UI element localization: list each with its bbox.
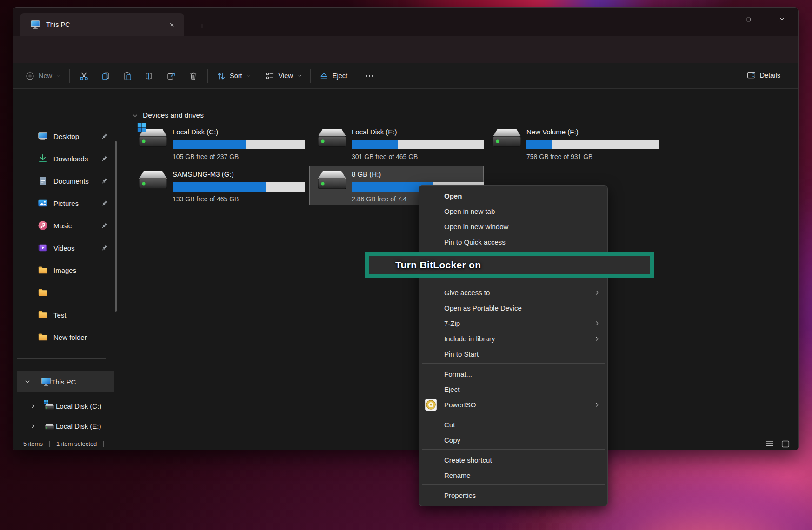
new-tab-button[interactable] [195, 19, 208, 32]
rename-button[interactable] [145, 71, 154, 81]
maximize-button[interactable] [739, 13, 759, 26]
details-view-button[interactable] [765, 439, 775, 449]
capacity-bar-fill [352, 140, 398, 149]
menu-item-open-in-new-window[interactable]: Open in new window [419, 219, 607, 234]
sidebar-item-downloads[interactable]: Downloads [17, 148, 114, 169]
sidebar-item-images[interactable]: Images [17, 260, 114, 280]
cut-button[interactable] [79, 71, 89, 81]
tree-item-this-pc[interactable]: This PC [17, 371, 114, 392]
tree-item-local-disk-c[interactable]: Local Disk (C:) [17, 396, 114, 416]
windows-logo-icon [43, 399, 49, 405]
sidebar-divider [17, 358, 106, 359]
tree-item-label: This PC [51, 378, 76, 386]
drive-name: New Volume (F:) [526, 128, 659, 136]
menu-item-7zip[interactable]: 7-Zip [419, 316, 607, 331]
submenu-arrow-icon [594, 336, 600, 342]
sort-button[interactable]: Sort [213, 68, 255, 84]
folder-icon [38, 332, 48, 342]
menu-item-properties[interactable]: Properties [419, 488, 607, 503]
menu-item-poweriso[interactable]: PowerISO [419, 397, 607, 412]
capacity-bar [526, 140, 659, 149]
menu-item-turn-bitlocker-on[interactable]: Turn BitLocker on [369, 256, 650, 274]
sidebar-item-music[interactable]: Music [17, 215, 114, 236]
menu-item-copy[interactable]: Copy [419, 432, 607, 448]
sidebar-item-label: Test [53, 311, 67, 319]
sidebar-item-videos[interactable]: Videos [17, 238, 114, 258]
paste-button[interactable] [123, 71, 133, 81]
menu-item-open-as-portable-device[interactable]: Open as Portable Device [419, 300, 607, 316]
more-options-button[interactable] [361, 68, 378, 84]
windows-logo-icon [137, 122, 147, 132]
minimize-button[interactable] [707, 13, 727, 26]
desktop-wallpaper: This PC [0, 0, 812, 530]
sidebar-item-unnamed-folder[interactable] [17, 282, 114, 303]
eject-button[interactable]: Eject [315, 68, 351, 84]
tab-close-button[interactable] [166, 19, 178, 31]
sort-button-label: Sort [230, 72, 242, 80]
toolbar-divider [207, 69, 208, 83]
menu-item-pin-to-start[interactable]: Pin to Start [419, 346, 607, 362]
drive-capacity: 758 GB free of 931 GB [526, 152, 659, 161]
details-pane-button[interactable]: Details [743, 67, 784, 83]
view-list-icon [265, 71, 275, 81]
drive-tile-new-volume-f[interactable]: New Volume (F:) 758 GB free of 931 GB [492, 128, 660, 162]
tree-item-label: Local Disk (E:) [56, 422, 101, 430]
sidebar-scrollbar[interactable] [115, 141, 117, 312]
folder-icon [38, 265, 48, 275]
selection-count: 1 item selected [56, 440, 97, 447]
menu-item-give-access-to[interactable]: Give access to [419, 285, 607, 300]
sidebar-divider [17, 114, 106, 114]
maximize-icon [745, 16, 752, 23]
sidebar-item-new-folder[interactable]: New folder [17, 327, 114, 347]
sidebar-item-label: Downloads [53, 155, 88, 163]
chevron-down-icon[interactable] [132, 113, 138, 119]
close-icon [169, 22, 175, 28]
chevron-down-icon [297, 73, 302, 79]
tab-this-pc[interactable]: This PC [20, 13, 184, 36]
share-button[interactable] [166, 71, 176, 81]
sidebar-item-pictures[interactable]: Pictures [17, 193, 114, 213]
minimize-icon [714, 16, 721, 23]
close-window-button[interactable] [772, 13, 792, 26]
sidebar-item-desktop[interactable]: Desktop [17, 126, 114, 146]
this-pc-icon [30, 20, 40, 30]
copy-button[interactable] [101, 71, 111, 81]
menu-item-pin-to-quick-access[interactable]: Pin to Quick access [419, 234, 607, 250]
drive-tile-samsung-m3-g[interactable]: SAMSUNG-M3 (G:) 133 GB free of 465 GB [138, 170, 306, 205]
eject-button-label: Eject [333, 72, 347, 80]
chevron-right-icon[interactable] [30, 423, 36, 429]
drive-tile-local-disk-c[interactable]: Local Disk (C:) 105 GB free of 237 GB [138, 128, 306, 162]
section-header-devices-and-drives[interactable]: Devices and drives [132, 111, 204, 119]
drive-icon [45, 423, 54, 431]
new-button[interactable]: New [21, 68, 65, 84]
view-button[interactable]: View [261, 68, 306, 84]
sidebar-item-test[interactable]: Test [17, 305, 114, 325]
menu-item-create-shortcut[interactable]: Create shortcut [419, 452, 607, 468]
chevron-right-icon[interactable] [30, 403, 36, 409]
sidebar-item-label: Documents [53, 177, 89, 185]
menu-item-open[interactable]: Open [419, 188, 607, 204]
status-divider [103, 441, 104, 447]
menu-item-eject[interactable]: Eject [419, 382, 607, 397]
menu-item-cut[interactable]: Cut [419, 417, 607, 432]
navigation-pane: Desktop Downloads Documents Pictures Mus [13, 89, 121, 437]
menu-item-rename[interactable]: Rename [419, 468, 607, 483]
chevron-down-icon[interactable] [24, 378, 31, 385]
drive-tile-local-disk-e[interactable]: Local Disk (E:) 301 GB free of 465 GB [317, 128, 485, 162]
delete-button[interactable] [188, 71, 198, 81]
menu-item-open-in-new-tab[interactable]: Open in new tab [419, 204, 607, 219]
plus-icon [199, 22, 206, 29]
section-header-label: Devices and drives [143, 111, 204, 119]
sidebar-item-documents[interactable]: Documents [17, 171, 114, 191]
menu-item-include-in-library[interactable]: Include in library [419, 331, 607, 346]
drive-name: Local Disk (E:) [352, 128, 484, 136]
submenu-arrow-icon [594, 290, 600, 296]
large-icons-view-button[interactable] [780, 439, 791, 449]
tree-item-local-disk-e[interactable]: Local Disk (E:) [17, 416, 114, 436]
downloads-icon [38, 153, 48, 164]
drive-capacity: 301 GB free of 465 GB [352, 152, 484, 161]
menu-separator [422, 363, 605, 364]
menu-item-format[interactable]: Format... [419, 366, 607, 382]
capacity-bar-fill [526, 140, 552, 149]
chevron-down-icon [246, 73, 251, 79]
